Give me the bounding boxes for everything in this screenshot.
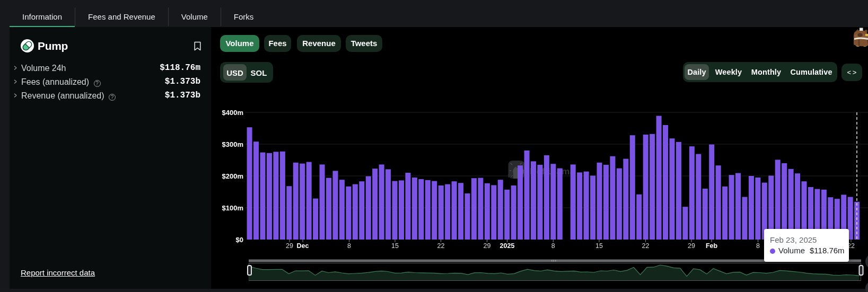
svg-text:29: 29 (286, 242, 293, 250)
svg-text:$100m: $100m (222, 204, 243, 212)
svg-text:Dec: Dec (297, 242, 309, 250)
svg-text:8: 8 (551, 242, 555, 250)
svg-text:15: 15 (391, 242, 399, 250)
svg-text:8: 8 (756, 242, 760, 250)
svg-text:29: 29 (484, 242, 491, 250)
svg-text:$400m: $400m (222, 109, 243, 117)
svg-text:29: 29 (688, 242, 695, 250)
svg-text:8: 8 (347, 242, 351, 250)
svg-text:2025: 2025 (500, 242, 515, 250)
svg-text:Feb: Feb (706, 242, 718, 250)
svg-text:22: 22 (642, 242, 650, 250)
svg-text:$300m: $300m (222, 140, 243, 148)
svg-text:$200m: $200m (222, 172, 243, 180)
svg-text:$0: $0 (236, 236, 243, 244)
svg-text:15: 15 (595, 242, 603, 250)
svg-text:22: 22 (437, 242, 445, 250)
